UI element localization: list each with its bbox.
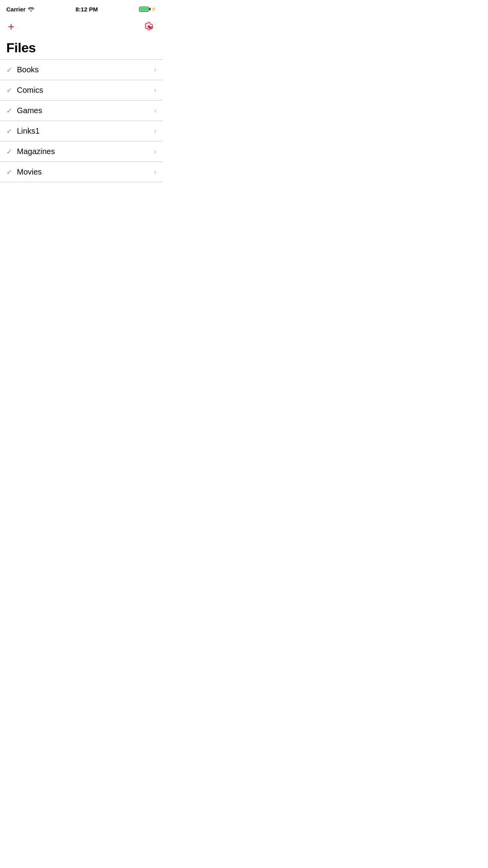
status-carrier: Carrier [6, 6, 34, 13]
list-item-left-links1: ✓ Links1 [6, 127, 40, 136]
chevron-icon-comics: › [154, 86, 156, 94]
list-item-comics[interactable]: ✓ Comics › [0, 80, 163, 101]
status-battery: ⚡ [139, 6, 156, 12]
settings-button[interactable] [141, 19, 156, 34]
gear-icon [143, 21, 155, 33]
list-item-label-movies: Movies [17, 167, 42, 177]
list-item-links1[interactable]: ✓ Links1 › [0, 121, 163, 142]
battery-icon [139, 7, 149, 12]
chevron-icon-magazines: › [154, 147, 156, 156]
carrier-label: Carrier [6, 6, 26, 13]
list-item-label-comics: Comics [17, 86, 43, 95]
list-item-label-books: Books [17, 65, 39, 74]
list-item-movies[interactable]: ✓ Movies › [0, 162, 163, 182]
checkmark-movies: ✓ [6, 168, 12, 177]
nav-bar: + [0, 17, 163, 37]
list-item-magazines[interactable]: ✓ Magazines › [0, 142, 163, 162]
list-item-left-games: ✓ Games [6, 106, 42, 115]
checkmark-books: ✓ [6, 66, 12, 74]
page-title-container: Files [0, 37, 163, 59]
checkmark-games: ✓ [6, 107, 12, 115]
list-item-left-magazines: ✓ Magazines [6, 147, 55, 156]
checkmark-comics: ✓ [6, 86, 12, 95]
files-list: ✓ Books › ✓ Comics › ✓ Games › ✓ Links1 … [0, 60, 163, 182]
checkmark-magazines: ✓ [6, 147, 12, 156]
page-title: Files [6, 40, 156, 55]
wifi-icon [28, 6, 34, 13]
list-item-left-movies: ✓ Movies [6, 167, 42, 177]
bolt-icon: ⚡ [150, 6, 156, 12]
checkmark-links1: ✓ [6, 127, 12, 136]
chevron-icon-games: › [154, 107, 156, 115]
add-button[interactable]: + [6, 20, 16, 34]
list-item-label-games: Games [17, 106, 42, 115]
chevron-icon-movies: › [154, 168, 156, 176]
list-item-left-books: ✓ Books [6, 65, 39, 74]
list-item-label-magazines: Magazines [17, 147, 55, 156]
status-bar: Carrier 8:12 PM ⚡ [0, 0, 163, 17]
status-time: 8:12 PM [75, 6, 98, 13]
list-item-label-links1: Links1 [17, 127, 40, 136]
list-item-games[interactable]: ✓ Games › [0, 101, 163, 121]
list-item-books[interactable]: ✓ Books › [0, 60, 163, 80]
chevron-icon-links1: › [154, 127, 156, 135]
list-item-left-comics: ✓ Comics [6, 86, 43, 95]
chevron-icon-books: › [154, 66, 156, 74]
